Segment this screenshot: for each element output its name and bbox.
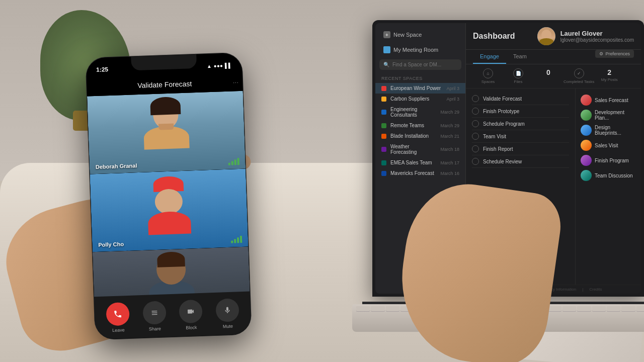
space-item-3[interactable]: Remote Teams March 29 [375, 120, 465, 131]
gear-icon: ⚙ [599, 51, 603, 56]
person-name-3: Sales Visit [595, 143, 618, 148]
people-column: Sales Forecast Development Plan... Desig… [576, 88, 641, 285]
person-item-3[interactable]: Sales Visit [581, 138, 636, 153]
participant-2-name: Polly Cho [98, 241, 124, 248]
stat-tasks: 0 [533, 68, 564, 84]
user-info: Laurel Glover lglover@baysidecomposites.… [560, 30, 634, 43]
person-avatar-1 [581, 110, 592, 121]
space-dot-4 [381, 134, 386, 139]
space-item-7[interactable]: Mavericks Forecast March 16 [375, 168, 465, 178]
space-name-5: Weather Forecasting [390, 144, 436, 155]
key [577, 306, 591, 311]
task-item-5[interactable]: Schedule Review [472, 155, 569, 168]
stat-completed-label: Completed Tasks [564, 79, 594, 84]
space-name-4: Blade Installation [390, 133, 429, 139]
space-item-4[interactable]: Blade Installation March 21 [375, 131, 465, 141]
task-item-2[interactable]: Schedule Program [472, 118, 569, 130]
person-avatar-0 [581, 95, 592, 106]
task-checkbox-3[interactable] [472, 133, 479, 140]
background-scene: 1:25 ▲ ●●● ▌▌ Validate Forecast ··· [0, 0, 644, 362]
space-item-0[interactable]: European Wind Power April 3 [375, 83, 465, 94]
space-item-1[interactable]: Carbon Suppliers April 3 [375, 94, 465, 104]
space-dot-0 [381, 86, 386, 91]
person-item-1[interactable]: Development Plan... [581, 108, 636, 123]
person-item-0[interactable]: Sales Forecast [581, 93, 636, 108]
participant-1-name: Deborah Granal [96, 162, 137, 170]
task-checkbox-4[interactable] [472, 145, 479, 152]
mute-icon[interactable] [215, 298, 239, 322]
share-button[interactable]: Share [142, 301, 167, 332]
person-item-5[interactable]: Team Discussion [581, 168, 636, 183]
search-icon: 🔍 [383, 62, 389, 67]
wifi-icon: ▲ [207, 63, 212, 68]
stat-files: 📄 Files [503, 68, 533, 84]
person-name-5: Team Discussion [595, 173, 633, 178]
more-options-icon[interactable]: ··· [232, 78, 238, 86]
signal-bars-2 [231, 236, 242, 243]
preferences-area: ⚙ Preferences [595, 50, 634, 64]
battery-icon: ▌▌ [225, 62, 232, 68]
search-bar[interactable]: 🔍 [379, 59, 461, 70]
page-title: Dashboard [473, 32, 515, 41]
person-avatar-2 [581, 125, 592, 136]
avatar [537, 27, 555, 45]
task-text-3: Team Visit [483, 134, 506, 139]
task-text-2: Schedule Program [483, 121, 525, 127]
my-meeting-room-button[interactable]: My Meeting Room [378, 43, 462, 56]
footer-link-2[interactable]: Credits [589, 287, 602, 292]
plus-icon: + [383, 31, 390, 38]
new-space-button[interactable]: + New Space [378, 28, 462, 41]
space-name-3: Remote Teams [390, 123, 424, 128]
task-item-3[interactable]: Team Visit [472, 130, 569, 143]
task-text-5: Schedule Review [483, 159, 522, 164]
key [356, 306, 370, 311]
task-item-1[interactable]: Finish Prototype [472, 105, 569, 118]
user-name: Laurel Glover [560, 30, 634, 37]
key [621, 306, 635, 311]
space-item-6[interactable]: EMEA Sales Team March 17 [375, 157, 465, 168]
leave-icon[interactable] [106, 302, 130, 326]
task-item-0[interactable]: Validate Forecast [472, 93, 569, 105]
person-item-4[interactable]: Finish Program [581, 153, 636, 168]
space-dot-3 [381, 123, 386, 128]
stat-posts-number: 2 [607, 68, 611, 76]
avatar-body [539, 38, 553, 45]
block-icon[interactable] [179, 299, 203, 323]
block-label: Block [186, 325, 197, 330]
task-checkbox-0[interactable] [472, 95, 479, 102]
tab-team[interactable]: Team [506, 50, 534, 64]
space-date-4: March 21 [440, 134, 459, 139]
share-icon[interactable] [142, 301, 167, 325]
block-button[interactable]: Block [179, 299, 203, 330]
tab-engage[interactable]: Engage [473, 50, 506, 64]
task-checkbox-2[interactable] [472, 120, 479, 127]
task-checkbox-1[interactable] [472, 108, 479, 115]
search-input[interactable] [392, 62, 457, 67]
space-date-7: March 16 [440, 171, 459, 176]
space-dot-5 [381, 147, 386, 152]
files-icon: 📄 [513, 68, 523, 78]
preferences-button[interactable]: ⚙ Preferences [595, 50, 634, 58]
space-name-7: Mavericks Forecast [390, 170, 434, 176]
space-date-2: March 29 [440, 110, 459, 115]
space-item-2[interactable]: Engineering Consultants March 29 [375, 104, 465, 120]
person-item-2[interactable]: Design Blueprints... [581, 123, 636, 138]
leave-button[interactable]: Leave [106, 302, 130, 333]
space-name-6: EMEA Sales Team [390, 160, 432, 165]
user-profile: Laurel Glover lglover@baysidecomposites.… [537, 27, 634, 45]
key [371, 306, 384, 311]
key [548, 306, 561, 311]
leave-label: Leave [112, 327, 125, 333]
signal-bars-1 [228, 158, 239, 165]
key [562, 306, 576, 311]
key [636, 306, 644, 311]
key [386, 306, 399, 311]
person-name-2: Design Blueprints... [595, 125, 636, 136]
footer-separator-1: | [582, 287, 583, 292]
task-item-4[interactable]: Finish Report [472, 143, 569, 155]
share-label: Share [149, 326, 161, 331]
recent-spaces-label: RECENT SPACES [375, 72, 465, 83]
task-checkbox-5[interactable] [472, 158, 479, 165]
mute-button[interactable]: Mute [215, 298, 239, 329]
space-item-5[interactable]: Weather Forecasting March 18 [375, 141, 465, 157]
